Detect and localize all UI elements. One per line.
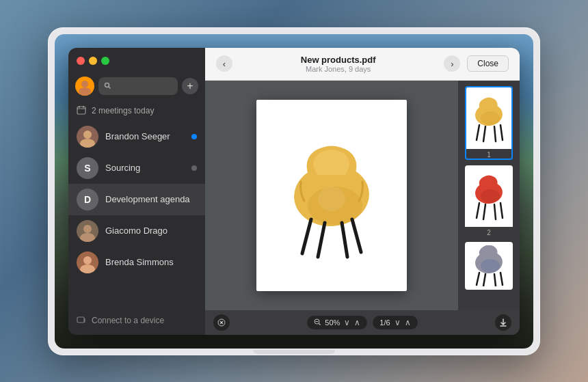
chevron-right-icon: › [451,59,453,69]
thumbnail-page-1 [466,87,511,149]
svg-line-34 [483,204,485,219]
search-icon [104,82,111,90]
svg-line-30 [500,125,503,140]
sidebar-item-sourcing[interactable]: S Sourcing [68,152,205,184]
zoom-down-icon[interactable]: ∨ [344,318,350,327]
sidebar-item-brandon-seeger[interactable]: Brandon Seeger [68,121,205,152]
avatar-brenda [77,251,98,273]
download-button[interactable] [495,314,511,331]
contact-name-sourcing: Sourcing [105,163,140,173]
user-avatar [75,77,94,96]
svg-point-11 [80,233,95,242]
svg-point-0 [81,81,88,87]
svg-point-26 [481,111,500,125]
search-bar[interactable] [98,77,178,95]
chevron-left-icon: ‹ [223,59,226,69]
close-traffic-light[interactable] [77,57,85,65]
svg-line-33 [477,203,479,218]
svg-point-10 [83,225,92,233]
chair-image [273,127,390,264]
avatar-development: D [77,189,98,210]
svg-line-35 [494,204,496,219]
thumbnail-label-2: 2 [465,229,513,236]
svg-point-13 [80,264,95,273]
svg-point-8 [83,131,92,139]
pdf-next-button[interactable]: › [444,55,460,72]
pdf-title: New products.pdf [301,55,376,65]
svg-line-41 [494,274,496,286]
pdf-prev-button[interactable]: ‹ [216,55,232,72]
svg-line-29 [494,126,496,141]
avatar-sourcing: S [77,157,98,179]
pdf-subtitle: Mark Jones, 9 days [301,65,376,73]
contact-name-brandon: Brandon Seeger [105,131,170,141]
pdf-action-button[interactable] [213,314,230,331]
svg-line-36 [500,203,503,218]
svg-line-40 [483,274,485,286]
pdf-title-block: New products.pdf Mark Jones, 9 days [301,55,376,73]
sidebar-item-giacomo[interactable]: Giacomo Drago [68,215,205,247]
pdf-bottom-bar: 50% ∨ ∧ 1/6 ∨ ∧ [205,310,520,335]
cast-icon [77,315,86,327]
pdf-thumbnails: 1 [458,81,520,310]
svg-point-12 [83,256,92,264]
meetings-row: 2 meetings today [68,101,205,121]
zoom-controls: 50% ∨ ∧ [307,316,367,329]
contact-name-giacomo: Giacomo Drago [105,226,168,236]
svg-line-39 [477,273,479,285]
page-down-icon[interactable]: ∨ [395,318,401,327]
svg-point-20 [308,187,362,225]
sidebar: + 2 meetings today [68,48,205,335]
app-window: + 2 meetings today [68,48,520,335]
svg-line-3 [109,87,111,89]
svg-line-42 [500,273,503,285]
zoom-up-icon[interactable]: ∧ [354,318,360,327]
indicator-sourcing [191,165,197,171]
pdf-viewer: ‹ New products.pdf Mark Jones, 9 days › … [205,48,520,335]
compose-button[interactable]: + [182,78,198,94]
thumbnail-2[interactable]: 2 [465,165,513,236]
svg-line-21 [302,219,311,254]
zoom-level: 50% [325,318,340,327]
thumbnail-page-3 [465,242,513,290]
titlebar [68,48,205,74]
sidebar-footer[interactable]: Connect to a device [68,307,205,335]
thumbnail-3[interactable] [465,242,513,290]
pdf-main-area [205,81,458,310]
avatar-brandon [77,126,98,148]
svg-line-22 [318,223,325,257]
pdf-page [256,100,407,291]
page-indicator: 1/6 [379,318,390,327]
svg-line-24 [352,219,361,252]
svg-point-9 [80,139,95,148]
connect-device-label: Connect to a device [92,316,164,325]
svg-point-32 [481,189,500,203]
minimize-traffic-light[interactable] [89,57,97,65]
page-up-icon[interactable]: ∧ [405,318,411,327]
contact-name-development: Development agenda [105,194,190,204]
calendar-icon [77,105,86,117]
thumbnail-1[interactable]: 1 [465,86,513,160]
page-controls: 1/6 ∨ ∧ [373,316,417,329]
maximize-traffic-light[interactable] [101,57,109,65]
zoom-out-icon[interactable] [314,318,321,327]
pdf-toolbar: ‹ New products.pdf Mark Jones, 9 days › … [205,48,520,81]
pdf-content: 1 [205,81,520,310]
svg-line-47 [319,323,321,325]
svg-line-27 [477,125,479,140]
device-screen: + 2 meetings today [55,34,533,349]
device-bottom-bar [253,350,335,354]
meetings-label: 2 meetings today [92,106,154,115]
svg-rect-14 [77,317,84,323]
device-frame: + 2 meetings today [48,27,540,355]
thumbnail-label-1: 1 [466,151,511,159]
svg-point-2 [105,83,109,87]
svg-rect-4 [77,107,85,114]
contact-name-brenda: Brenda Simmons [105,257,174,267]
pdf-close-button[interactable]: Close [467,55,509,72]
svg-line-23 [342,223,347,257]
sidebar-item-brenda[interactable]: Brenda Simmons [68,247,205,278]
svg-point-1 [79,87,91,96]
sidebar-item-development[interactable]: D Development agenda [68,184,205,215]
avatar-giacomo [77,220,98,242]
